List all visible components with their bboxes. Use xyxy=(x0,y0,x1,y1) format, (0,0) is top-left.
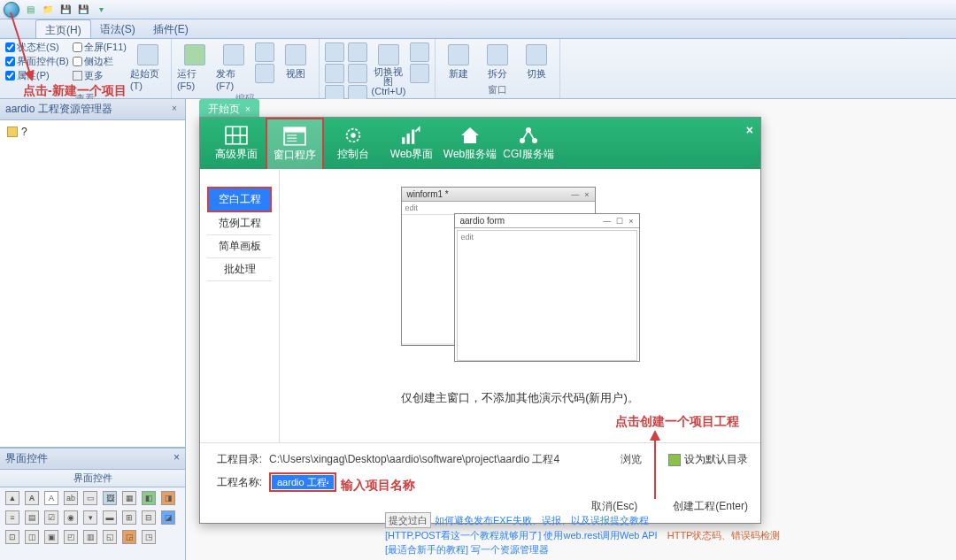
svg-line-18 xyxy=(522,130,528,141)
project-tree[interactable]: ? xyxy=(0,120,185,448)
tool-tree-icon[interactable]: ⊟ xyxy=(142,510,156,525)
browse-button[interactable]: 浏览 xyxy=(621,452,642,467)
qat-new-icon[interactable]: ▤ xyxy=(23,3,37,17)
tool-panel-icon[interactable]: ▦ xyxy=(122,491,136,505)
design-btn-7[interactable] xyxy=(410,42,429,62)
svg-line-19 xyxy=(528,130,535,141)
tool-24-icon[interactable]: ◱ xyxy=(103,530,117,544)
tool-text-icon[interactable]: A xyxy=(44,491,58,505)
chk-props[interactable]: 属性(P) xyxy=(5,69,69,82)
grid-icon xyxy=(224,126,249,145)
qat-saveall-icon[interactable]: 💾 xyxy=(76,3,90,17)
preview-inner-2: edit xyxy=(458,231,636,243)
chk-sidebar[interactable]: 侧边栏 xyxy=(73,55,127,68)
qat-save-icon[interactable]: 💾 xyxy=(58,3,73,17)
qat-open-icon[interactable]: 📁 xyxy=(41,3,55,17)
toolbox-grid: ▲ A A ab ▭ 🖼 ▦ ◧ ◨ ≡ ▤ ☑ ◉ ▾ ▬ ⊞ ⊟ ◪ ⊡ ◫… xyxy=(0,487,185,548)
tool-19-icon[interactable]: ⊡ xyxy=(5,530,19,544)
tool-21-icon[interactable]: ▣ xyxy=(44,530,58,544)
template-description: 仅创建主窗口，不添加其他演示代码(新用户)。 xyxy=(306,390,734,406)
btn-startpage[interactable]: 起始页(T) xyxy=(130,41,166,91)
tool-radio-icon[interactable]: ◉ xyxy=(64,510,78,525)
btn-view[interactable]: 视图 xyxy=(278,41,313,91)
design-btn-4[interactable] xyxy=(348,42,367,62)
tool-23-icon[interactable]: ▥ xyxy=(83,530,97,544)
svg-point-11 xyxy=(351,133,356,138)
tool-orange2-icon[interactable]: ◲ xyxy=(122,530,136,544)
link-http[interactable]: [HTTP,POST看这一个教程就够用了] 使用web.rest调用Web AP… xyxy=(385,528,658,542)
svg-rect-13 xyxy=(407,133,410,143)
link-explorer[interactable]: [最适合新手的教程] 写一个资源管理器 xyxy=(385,542,549,556)
btn-switch[interactable]: 切换 xyxy=(519,41,554,82)
tool-combo-icon[interactable]: ▾ xyxy=(83,510,97,525)
cat-web-server[interactable]: Web服务端 xyxy=(441,118,499,169)
tmpl-blank[interactable]: 空白工程 xyxy=(207,187,272,212)
btn-switchview[interactable]: 切换视图 (Ctrl+U) xyxy=(371,41,406,104)
cat-console[interactable]: 控制台 xyxy=(324,118,382,169)
cat-advanced-ui[interactable]: 高级界面 xyxy=(207,118,266,169)
svg-rect-12 xyxy=(402,137,405,144)
design-btn-5[interactable] xyxy=(348,64,367,83)
tool-tab-icon[interactable]: ⊞ xyxy=(122,510,136,525)
cat-window-app[interactable]: 窗口程序 xyxy=(266,118,324,169)
link-exe[interactable]: 如何避免发布EXE失败、误报、以及误报提交教程 xyxy=(435,513,649,527)
project-explorer-header: aardio 工程资源管理器 × xyxy=(0,99,185,120)
link-status[interactable]: HTTP状态码、错误码检测 xyxy=(667,528,781,542)
tmpl-sample[interactable]: 范例工程 xyxy=(207,212,272,235)
tool-check-icon[interactable]: ☑ xyxy=(44,510,58,525)
design-btn-2[interactable] xyxy=(325,64,344,83)
tool-orange-icon[interactable]: ◨ xyxy=(161,491,175,505)
chk-more[interactable]: 更多 xyxy=(73,69,127,82)
tool-list-icon[interactable]: ≡ xyxy=(5,510,19,525)
tree-root[interactable]: ? xyxy=(4,124,181,140)
links-panel: 提交过白如何避免发布EXE失败、误报、以及误报提交教程 [HTTP,POST看这… xyxy=(385,512,780,556)
tab-close-icon[interactable]: × xyxy=(245,104,251,114)
tmpl-batch[interactable]: 批处理 xyxy=(207,258,272,281)
tmpl-canvas[interactable]: 简单画板 xyxy=(207,235,272,258)
tool-20-icon[interactable]: ◫ xyxy=(25,530,39,544)
encode-btn-1[interactable] xyxy=(255,42,274,62)
ribbon: 状态栏(S) 界面控件(B) 属性(P) 全屏(F11) 侧边栏 更多 起始页(… xyxy=(0,39,956,99)
tool-grid-icon[interactable]: ▤ xyxy=(25,510,39,525)
close-icon[interactable]: × xyxy=(173,451,180,466)
tab-home[interactable]: 主页(H) xyxy=(35,19,91,38)
encode-btn-2[interactable] xyxy=(255,64,274,83)
tool-progress-icon[interactable]: ▬ xyxy=(103,510,117,525)
cat-web-ui[interactable]: Web界面 xyxy=(382,118,441,169)
btn-split[interactable]: 拆分 xyxy=(480,41,515,82)
left-sidebar: aardio 工程资源管理器 × ? 界面控件 × 界面控件 ▲ A A ab … xyxy=(0,99,186,560)
tool-image-icon[interactable]: 🖼 xyxy=(103,491,117,505)
tab-plugins[interactable]: 插件(E) xyxy=(144,19,197,38)
new-project-dialog: 高级界面 窗口程序 控制台 Web界面 Web服务端 CGI服务端 × 空白工程… xyxy=(199,117,761,524)
chart-icon xyxy=(399,126,424,145)
cat-cgi-server[interactable]: CGI服务端 xyxy=(499,118,558,169)
tool-button-icon[interactable]: ▭ xyxy=(83,491,97,505)
tool-pointer-icon[interactable]: ▲ xyxy=(5,491,19,505)
chk-statusbar[interactable]: 状态栏(S) xyxy=(5,41,69,54)
chk-controls[interactable]: 界面控件(B) xyxy=(5,55,69,68)
preview-title-2: aardio form xyxy=(460,216,505,226)
tool-green-icon[interactable]: ◧ xyxy=(142,491,156,505)
document-tab-start[interactable]: 开始页 × xyxy=(199,99,259,119)
design-btn-8[interactable] xyxy=(410,64,429,83)
project-name-input[interactable] xyxy=(272,475,334,489)
tool-blue-icon[interactable]: ◪ xyxy=(161,510,175,525)
chk-fullscreen[interactable]: 全屏(F11) xyxy=(73,41,127,54)
btn-new[interactable]: 新建 xyxy=(441,41,476,82)
window-icon xyxy=(282,127,307,146)
tool-26-icon[interactable]: ◳ xyxy=(142,530,156,544)
tool-22-icon[interactable]: ◰ xyxy=(64,530,78,544)
dialog-close-icon[interactable]: × xyxy=(746,123,753,137)
btn-publish[interactable]: 发布(F7) xyxy=(216,41,251,91)
quick-access-toolbar: ▤ 📁 💾 💾 ▾ xyxy=(0,0,956,19)
toolbox-subheader: 界面控件 xyxy=(0,470,185,487)
app-orb[interactable] xyxy=(4,2,19,18)
qat-more-icon[interactable]: ▾ xyxy=(94,3,108,17)
btn-run[interactable]: 运行(F5) xyxy=(177,41,212,91)
tool-label-icon[interactable]: A xyxy=(25,491,39,505)
tool-edit-icon[interactable]: ab xyxy=(64,491,78,505)
close-icon[interactable]: × xyxy=(169,104,180,115)
tab-syntax[interactable]: 语法(S) xyxy=(91,19,144,38)
design-btn-1[interactable] xyxy=(325,42,344,62)
set-default-dir[interactable]: 设为默认目录 xyxy=(668,452,748,467)
